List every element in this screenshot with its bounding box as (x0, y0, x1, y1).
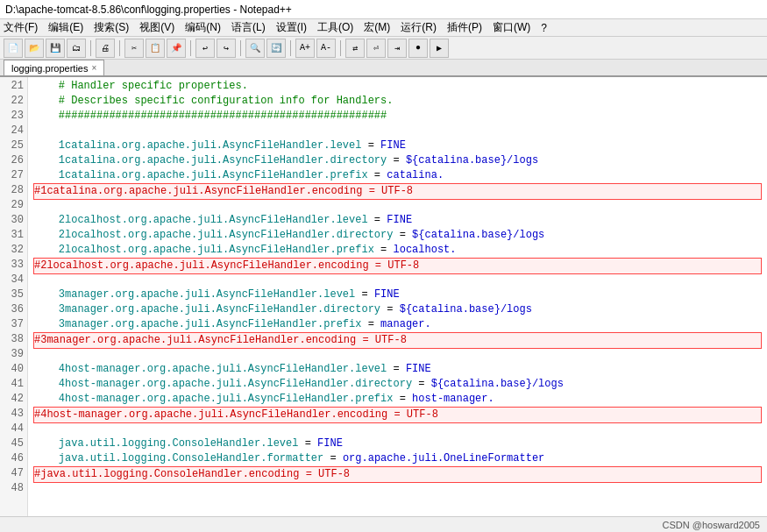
new-button[interactable]: 📄 (4, 39, 23, 58)
toolbar-sep1 (90, 40, 91, 56)
code-line: ########################################… (33, 109, 762, 124)
menu-run[interactable]: 运行(R) (401, 20, 437, 35)
wrap-button[interactable]: ⏎ (366, 39, 386, 58)
menu-macro[interactable]: 宏(M) (364, 20, 390, 35)
code-line: 2localhost.org.apache.juli.AsyncFileHand… (33, 213, 762, 228)
save-button[interactable]: 💾 (46, 39, 65, 58)
window-title: D:\apache-tomcat-8.5.86\conf\logging.pro… (5, 4, 292, 16)
menu-encode[interactable]: 编码(N) (185, 20, 221, 35)
code-line: 4host-manager.org.apache.juli.AsyncFileH… (33, 362, 762, 377)
line-number: 26 (0, 153, 27, 168)
toolbar-sep5 (290, 40, 291, 56)
status-bar: CSDN @hosward2005 (0, 516, 767, 532)
line-number: 41 (0, 377, 27, 392)
code-line (33, 347, 762, 362)
open-button[interactable]: 📂 (25, 39, 44, 58)
line-number: 23 (0, 109, 27, 124)
line-number: 46 (0, 451, 27, 466)
highlighted-line: #2localhost.org.apache.juli.AsyncFileHan… (33, 258, 762, 274)
toolbar-sep4 (240, 40, 241, 56)
replace-button[interactable]: 🔄 (266, 39, 286, 58)
menu-window[interactable]: 窗口(W) (493, 20, 530, 35)
toolbar: 📄 📂 💾 🗂 🖨 ✂ 📋 📌 ↩ ↪ 🔍 🔄 A+ A- ⇄ ⏎ ⇥ ● ▶ (0, 37, 767, 60)
highlighted-line: #1catalina.org.apache.juli.AsyncFileHand… (33, 183, 762, 200)
toolbar-sep2 (119, 40, 120, 56)
code-line: java.util.logging.ConsoleHandler.formatt… (33, 451, 762, 466)
menu-settings[interactable]: 设置(I) (276, 20, 307, 35)
code-line: 3manager.org.apache.juli.AsyncFileHandle… (33, 287, 762, 302)
code-line: #1catalina.org.apache.juli.AsyncFileHand… (33, 183, 762, 198)
line-number: 27 (0, 168, 27, 183)
line-number: 30 (0, 213, 27, 228)
line-number: 44 (0, 422, 27, 436)
tab-bar: logging.properties × (0, 60, 767, 77)
copy-button[interactable]: 📋 (146, 39, 165, 58)
toolbar-sep3 (190, 40, 191, 56)
redo-button[interactable]: ↪ (217, 39, 236, 58)
code-line (33, 422, 762, 436)
code-content[interactable]: # Handler specific properties. # Describ… (28, 77, 767, 516)
menu-edit[interactable]: 编辑(E) (48, 20, 83, 35)
line-number: 40 (0, 362, 27, 377)
highlighted-line: #java.util.logging.ConsoleHandler.encodi… (33, 466, 762, 483)
line-number: 48 (0, 481, 27, 496)
menu-bar: 文件(F) 编辑(E) 搜索(S) 视图(V) 编码(N) 语言(L) 设置(I… (0, 19, 767, 37)
line-number: 31 (0, 228, 27, 243)
line-number: 25 (0, 138, 27, 153)
menu-search[interactable]: 搜索(S) (94, 20, 129, 35)
code-line: 1catalina.org.apache.juli.AsyncFileHandl… (33, 153, 762, 168)
line-number: 24 (0, 124, 27, 138)
toolbar-sep6 (340, 40, 341, 56)
save-all-button[interactable]: 🗂 (67, 39, 86, 58)
line-number: 36 (0, 302, 27, 317)
line-number: 45 (0, 436, 27, 451)
code-line: #java.util.logging.ConsoleHandler.encodi… (33, 466, 762, 481)
menu-plugins[interactable]: 插件(P) (447, 20, 482, 35)
menu-view[interactable]: 视图(V) (139, 20, 174, 35)
run-macro-button[interactable]: ▶ (430, 39, 449, 58)
line-number: 29 (0, 198, 27, 213)
highlighted-line: #4host-manager.org.apache.juli.AsyncFile… (33, 407, 762, 423)
file-tab[interactable]: logging.properties × (4, 60, 104, 75)
code-line: 4host-manager.org.apache.juli.AsyncFileH… (33, 377, 762, 392)
menu-file[interactable]: 文件(F) (4, 20, 38, 35)
menu-help[interactable]: ? (541, 22, 547, 34)
tab-close-button[interactable]: × (91, 63, 96, 73)
macro-button[interactable]: ● (408, 39, 428, 58)
code-line: 2localhost.org.apache.juli.AsyncFileHand… (33, 243, 762, 258)
line-number: 35 (0, 287, 27, 302)
code-line: 2localhost.org.apache.juli.AsyncFileHand… (33, 228, 762, 243)
code-line: # Handler specific properties. (33, 79, 762, 94)
line-number: 34 (0, 273, 27, 287)
sync-button[interactable]: ⇄ (345, 39, 365, 58)
indent-button[interactable]: ⇥ (387, 39, 407, 58)
code-line: #4host-manager.org.apache.juli.AsyncFile… (33, 407, 762, 422)
cut-button[interactable]: ✂ (124, 39, 144, 58)
code-line: # Describes specific configuration info … (33, 94, 762, 109)
code-line: 1catalina.org.apache.juli.AsyncFileHandl… (33, 168, 762, 183)
watermark: CSDN @hosward2005 (663, 520, 760, 530)
title-bar: D:\apache-tomcat-8.5.86\conf\logging.pro… (0, 0, 767, 19)
line-number: 21 (0, 79, 27, 94)
line-number: 28 (0, 183, 27, 198)
code-line (33, 124, 762, 138)
paste-button[interactable]: 📌 (167, 39, 186, 58)
menu-tools[interactable]: 工具(O) (317, 20, 353, 35)
line-number: 38 (0, 332, 27, 347)
zoom-in-button[interactable]: A+ (295, 39, 315, 58)
menu-language[interactable]: 语言(L) (231, 20, 266, 35)
code-line: 1catalina.org.apache.juli.AsyncFileHandl… (33, 138, 762, 153)
line-number: 33 (0, 258, 27, 273)
undo-button[interactable]: ↩ (195, 39, 215, 58)
code-area: 2122232425262728293031323334353637383940… (0, 77, 767, 516)
code-line (33, 481, 762, 496)
highlighted-line: #3manager.org.apache.juli.AsyncFileHandl… (33, 332, 762, 349)
line-number: 32 (0, 243, 27, 258)
find-button[interactable]: 🔍 (245, 39, 265, 58)
print-button[interactable]: 🖨 (96, 39, 115, 58)
code-line: #2localhost.org.apache.juli.AsyncFileHan… (33, 258, 762, 273)
line-number: 37 (0, 317, 27, 332)
code-line (33, 273, 762, 287)
zoom-out-button[interactable]: A- (316, 39, 336, 58)
line-number: 42 (0, 392, 27, 407)
